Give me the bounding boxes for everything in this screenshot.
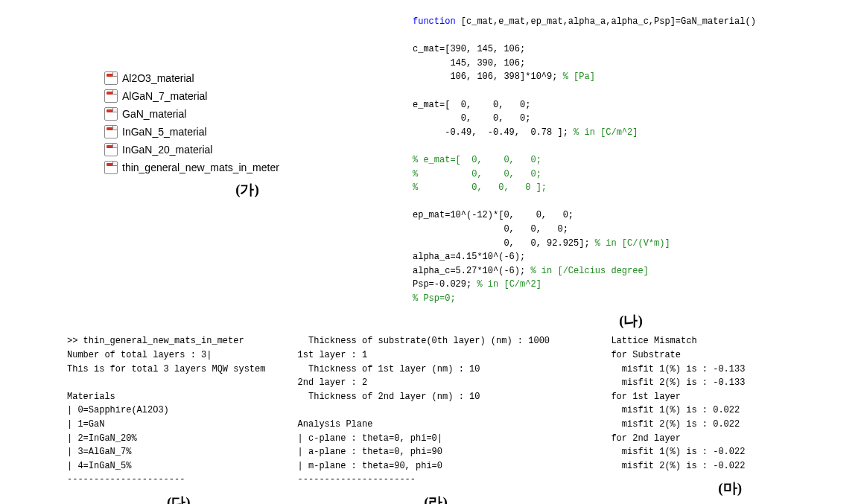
func-sig: [c_mat,e_mat,ep_mat,alpha_a,alpha_c,Psp]… (456, 16, 756, 27)
code-comment: % in [C/m^2] (477, 279, 541, 290)
panel-d: Thickness of substrate(0th layer) (nm) :… (290, 334, 574, 504)
out-line: for 2nd layer (611, 433, 681, 444)
out-line: | 0=Sapphire(Al2O3) (67, 405, 169, 415)
file-name: InGaN_5_material (122, 126, 207, 138)
code-line: 106, 106, 398]*10^9; (413, 71, 563, 82)
code-comment: % Psp=0; (413, 293, 456, 304)
file-list: Al2O3_material AlGaN_7_material GaN_mate… (104, 71, 390, 174)
out-line: | 2=InGaN_20% (67, 433, 137, 444)
out-line: Analysis Plane (298, 419, 373, 430)
code-line: c_mat=[390, 145, 106; (413, 44, 525, 54)
out-line: Lattice Mismatch (611, 336, 696, 346)
code-block-b: function [c_mat,e_mat,ep_mat,alpha_a,alp… (413, 15, 849, 305)
out-line: misfit 2(%) is : 0.022 (611, 419, 740, 430)
panel-a: Al2O3_material AlGaN_7_material GaN_mate… (15, 15, 390, 331)
matlab-file-icon (104, 89, 118, 103)
top-row: Al2O3_material AlGaN_7_material GaN_mate… (15, 15, 849, 331)
file-item: InGaN_5_material (104, 125, 390, 138)
matlab-file-icon (104, 107, 118, 121)
code-block-d: Thickness of substrate(0th layer) (nm) :… (298, 334, 574, 487)
out-line: 2nd layer : 2 (298, 377, 368, 388)
bottom-row: >> thin_general_new_mats_in_meter Number… (15, 334, 849, 504)
out-line: Thickness of 1st layer (nm) : 10 (298, 364, 480, 374)
matlab-file-icon (104, 71, 118, 85)
out-line: misfit 2(%) is : -0.022 (611, 461, 745, 471)
code-line: 0, 0, 0; (413, 113, 530, 124)
keyword-function: function (413, 16, 456, 27)
panel-c: >> thin_general_new_mats_in_meter Number… (15, 334, 290, 504)
out-line: This is for total 3 layers MQW system (67, 364, 265, 374)
code-comment: % in [C/(V*m)] (595, 238, 670, 249)
out-line: Thickness of 2nd layer (nm) : 10 (298, 392, 480, 402)
code-line: e_mat=[ 0, 0, 0; (413, 100, 530, 110)
panel-a-label: (가) (104, 180, 390, 200)
out-line: ---------------------- (67, 474, 185, 485)
code-comment: % [Pa] (563, 71, 595, 82)
code-line: 145, 390, 106; (413, 58, 525, 68)
out-line: | 4=InGaN_5% (67, 461, 131, 471)
code-line: alpha_c=5.27*10^(-6); (413, 266, 530, 276)
out-line: | 1=GaN (67, 419, 104, 430)
out-line: misfit 1(%) is : -0.133 (611, 364, 745, 374)
out-line: for 1st layer (611, 392, 681, 402)
file-item: GaN_material (104, 107, 390, 121)
file-name: Al2O3_material (122, 72, 194, 84)
file-name: InGaN_20_material (122, 144, 212, 156)
panel-d-label: (라) (298, 493, 574, 504)
file-item: thin_general_new_mats_in_meter (104, 161, 390, 174)
code-line: Psp=-0.029; (413, 279, 477, 290)
file-name: thin_general_new_mats_in_meter (122, 162, 279, 173)
out-line: Materials (67, 392, 115, 402)
panel-e-label: (마) (611, 479, 849, 498)
code-comment: % 0, 0, 0; (413, 169, 541, 179)
code-line: -0.49, -0.49, 0.78 ]; (413, 127, 574, 138)
code-block-e: Lattice Mismatch for Substrate misfit 1(… (611, 334, 849, 473)
out-line: misfit 1(%) is : -0.022 (611, 447, 745, 457)
matlab-file-icon (104, 143, 118, 156)
matlab-file-icon (104, 125, 118, 138)
out-line: misfit 1(%) is : 0.022 (611, 405, 740, 415)
out-line: misfit 2(%) is : -0.133 (611, 377, 745, 388)
panel-c-label: (다) (67, 493, 290, 504)
out-line: >> thin_general_new_mats_in_meter (67, 336, 244, 346)
code-block-c: >> thin_general_new_mats_in_meter Number… (67, 334, 290, 487)
file-item: AlGaN_7_material (104, 89, 390, 103)
file-item: Al2O3_material (104, 71, 390, 85)
panel-b-label: (나) (413, 311, 849, 331)
out-line: Number of total layers : 3| (67, 350, 212, 360)
matlab-file-icon (104, 161, 118, 174)
code-line: alpha_a=4.15*10^(-6); (413, 252, 525, 262)
file-name: GaN_material (122, 108, 186, 120)
file-name: AlGaN_7_material (122, 90, 207, 102)
out-line: | a-plane : theta=0, phi=90 (298, 447, 442, 457)
code-line: ep_mat=10^(-12)*[0, 0, 0; (413, 210, 574, 220)
code-comment: % 0, 0, 0 ]; (413, 182, 547, 193)
code-line: 0, 0, 0; (413, 224, 568, 235)
out-line: Thickness of substrate(0th layer) (nm) :… (298, 336, 550, 346)
out-line: for Substrate (611, 350, 681, 360)
out-line: 1st layer : 1 (298, 350, 368, 360)
out-line: | 3=AlGaN_7% (67, 447, 131, 457)
code-line: 0, 0, 92.925]; (413, 238, 595, 249)
out-line: | c-plane : theta=0, phi=0| (298, 433, 442, 444)
file-item: InGaN_20_material (104, 143, 390, 156)
code-comment: % in [C/m^2] (574, 127, 638, 138)
panel-e: Lattice Mismatch for Substrate misfit 1(… (574, 334, 849, 504)
panel-b: function [c_mat,e_mat,ep_mat,alpha_a,alp… (390, 15, 849, 331)
out-line: ---------------------- (298, 474, 416, 485)
code-comment: % e_mat=[ 0, 0, 0; (413, 155, 541, 165)
code-comment: % in [/Celcius degree] (530, 266, 648, 276)
out-line: | m-plane : theta=90, phi=0 (298, 461, 442, 471)
